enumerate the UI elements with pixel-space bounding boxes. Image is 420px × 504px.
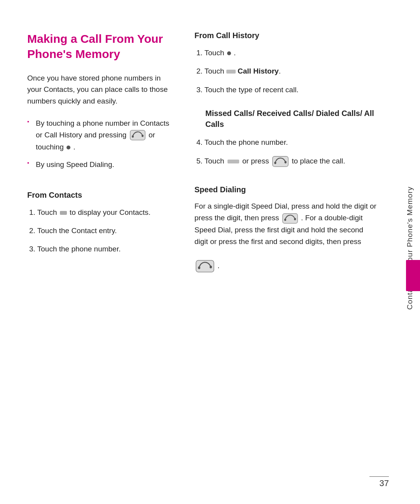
call-history-step-1: 1. Touch . [194,47,376,58]
from-contacts-list: 1. Touch to display your Contacts. 2. To… [27,207,175,262]
main-content: Making a Call From Your Phone's Memory O… [0,0,400,504]
side-tab-bar [406,260,420,291]
touch-icon-2 [228,160,239,163]
bullet-list: By touching a phone number in Contacts o… [27,118,175,176]
svg-point-2 [142,135,144,137]
side-tab: Contacts in Your Phone's Memory [400,0,420,504]
svg-point-1 [132,135,134,137]
svg-point-4 [274,162,276,164]
handset-icon-2 [272,156,289,167]
handset-icon-1 [130,130,146,141]
svg-point-8 [294,218,296,220]
touch-icon-1 [227,51,231,55]
from-contacts-step-3: 3. Touch the phone number. [27,243,175,255]
speed-dialing-heading: Speed Dialing [194,185,376,194]
call-history-step-4: 4. Touch the phone number. [194,137,376,148]
bullet-item-1: By touching a phone number in Contacts o… [27,118,175,153]
svg-point-5 [285,161,287,163]
from-call-history-heading: From Call History [194,31,376,40]
bullet-item-2: By using Speed Dialing. [27,159,175,170]
call-history-step-3: 3. Touch the type of recent call. [194,84,376,95]
call-history-list: 1. Touch . 2. Touch Call History. 3. Tou… [194,47,376,102]
side-tab-label: Contacts in Your Phone's Memory [406,186,414,310]
svg-point-7 [284,219,286,221]
contacts-icon-1 [60,211,67,215]
right-column: From Call History 1. Touch . 2. Touch Ca… [194,31,376,481]
missed-calls-heading: Missed Calls/ Received Calls/ Dialed Cal… [205,108,376,130]
call-history-list-cont: 4. Touch the phone number. 5. Touch or p… [194,137,376,174]
call-history-step-5: 5. Touch or press to place the call. [194,155,376,167]
from-contacts-heading: From Contacts [27,191,175,200]
page: Making a Call From Your Phone's Memory O… [0,0,420,504]
divider-line [369,476,389,477]
handset-icon-3 [282,213,298,224]
speed-dialing-section: Speed Dialing For a single-digit Speed D… [194,185,376,273]
call-history-step-2: 2. Touch Call History. [194,65,376,77]
svg-point-10 [198,266,200,269]
left-column: Making a Call From Your Phone's Memory O… [27,31,175,481]
speed-dialing-text: For a single-digit Speed Dial, press and… [194,200,376,273]
page-number: 37 [380,478,389,488]
handset-icon-4 [195,260,215,273]
svg-point-11 [210,265,212,268]
intro-paragraph: Once you have stored phone numbers in yo… [27,72,175,107]
from-contacts-step-1: 1. Touch to display your Contacts. [27,207,175,218]
section-title: Making a Call From Your Phone's Memory [27,31,175,61]
missed-calls-box: Missed Calls/ Received Calls/ Dialed Cal… [194,108,376,130]
dot-icon-1 [66,146,70,149]
menu-icon [226,70,236,74]
from-contacts-step-2: 2. Touch the Contact entry. [27,225,175,236]
